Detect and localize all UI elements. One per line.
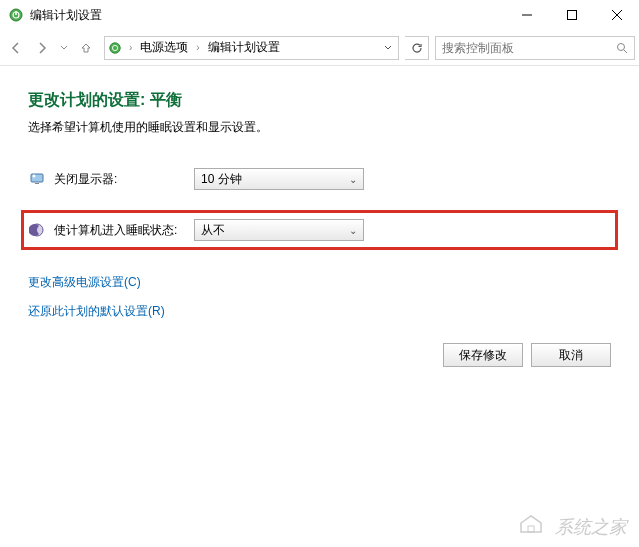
monitor-icon bbox=[28, 170, 46, 188]
page-title: 更改计划的设置: 平衡 bbox=[28, 90, 611, 111]
sleep-value: 从不 bbox=[201, 222, 225, 239]
chevron-right-icon: › bbox=[192, 42, 203, 53]
addressbar[interactable]: › 电源选项 › 编辑计划设置 bbox=[104, 36, 399, 60]
navbar: › 电源选项 › 编辑计划设置 bbox=[0, 30, 639, 66]
window-title: 编辑计划设置 bbox=[30, 7, 504, 24]
maximize-button[interactable] bbox=[549, 0, 594, 30]
minimize-button[interactable] bbox=[504, 0, 549, 30]
display-off-select[interactable]: 10 分钟 ⌄ bbox=[194, 168, 364, 190]
cancel-button[interactable]: 取消 bbox=[531, 343, 611, 367]
refresh-button[interactable] bbox=[405, 36, 429, 60]
sleep-select[interactable]: 从不 ⌄ bbox=[194, 219, 364, 241]
searchbox bbox=[435, 36, 635, 60]
chevron-down-icon: ⌄ bbox=[349, 225, 357, 236]
titlebar: 编辑计划设置 bbox=[0, 0, 639, 30]
breadcrumb-edit-plan[interactable]: 编辑计划设置 bbox=[204, 37, 284, 58]
history-dropdown[interactable] bbox=[56, 36, 72, 60]
svg-point-6 bbox=[110, 42, 121, 53]
window-controls bbox=[504, 0, 639, 30]
content-area: 更改计划的设置: 平衡 选择希望计算机使用的睡眠设置和显示设置。 关闭显示器: … bbox=[0, 66, 639, 356]
chevron-down-icon: ⌄ bbox=[349, 174, 357, 185]
search-icon[interactable] bbox=[610, 42, 634, 54]
svg-point-12 bbox=[33, 175, 36, 178]
moon-icon bbox=[28, 221, 46, 239]
breadcrumb-power-options[interactable]: 电源选项 bbox=[136, 37, 192, 58]
svg-rect-14 bbox=[528, 526, 534, 532]
watermark: 系统之家 bbox=[518, 513, 627, 539]
chevron-right-icon: › bbox=[125, 42, 136, 53]
setting-display-off: 关闭显示器: 10 分钟 ⌄ bbox=[28, 164, 611, 194]
display-off-value: 10 分钟 bbox=[201, 171, 242, 188]
restore-defaults-link[interactable]: 还原此计划的默认设置(R) bbox=[28, 303, 611, 320]
svg-rect-3 bbox=[567, 11, 576, 20]
save-button[interactable]: 保存修改 bbox=[443, 343, 523, 367]
links-section: 更改高级电源设置(C) 还原此计划的默认设置(R) bbox=[28, 274, 611, 320]
display-off-label: 关闭显示器: bbox=[54, 171, 194, 188]
app-icon bbox=[8, 7, 24, 23]
forward-button[interactable] bbox=[30, 36, 54, 60]
address-dropdown[interactable] bbox=[378, 44, 398, 52]
setting-sleep: 使计算机进入睡眠状态: 从不 ⌄ bbox=[21, 210, 618, 250]
up-button[interactable] bbox=[74, 36, 98, 60]
footer-buttons: 保存修改 取消 bbox=[443, 343, 611, 367]
sleep-label: 使计算机进入睡眠状态: bbox=[54, 222, 194, 239]
location-icon bbox=[105, 41, 125, 55]
close-button[interactable] bbox=[594, 0, 639, 30]
back-button[interactable] bbox=[4, 36, 28, 60]
watermark-icon bbox=[518, 513, 544, 538]
svg-line-9 bbox=[624, 50, 627, 53]
svg-rect-11 bbox=[35, 183, 39, 184]
advanced-settings-link[interactable]: 更改高级电源设置(C) bbox=[28, 274, 611, 291]
page-subtitle: 选择希望计算机使用的睡眠设置和显示设置。 bbox=[28, 119, 611, 136]
svg-point-8 bbox=[618, 43, 625, 50]
search-input[interactable] bbox=[436, 41, 610, 55]
